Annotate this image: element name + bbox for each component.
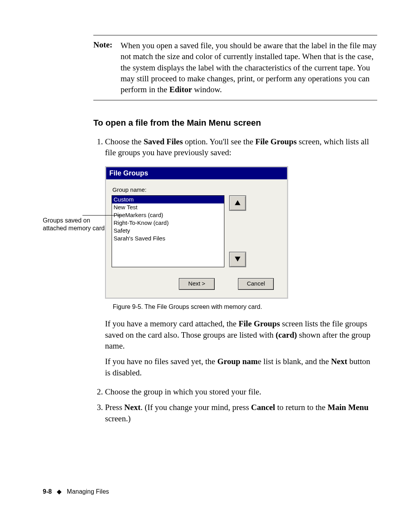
note-block: Note: When you open a saved file, you sh… bbox=[93, 35, 377, 100]
s3-e: to return to the bbox=[275, 403, 327, 412]
triangle-up-icon bbox=[234, 199, 241, 207]
p1-d: (card) bbox=[276, 330, 297, 340]
p2-b: Group nam bbox=[217, 357, 258, 366]
list-item[interactable]: Right-To-Know (card) bbox=[112, 219, 224, 227]
footer-page-number: 9-8 bbox=[43, 488, 52, 495]
p2-c: e list is blank, and the bbox=[258, 357, 331, 366]
section-heading: To open a file from the Main Menu screen bbox=[93, 118, 377, 128]
step1-a: Choose the bbox=[105, 137, 144, 146]
list-item[interactable]: New Test bbox=[112, 203, 224, 211]
file-groups-dialog: File Groups Group name: Custom New Test … bbox=[105, 166, 288, 299]
svg-marker-0 bbox=[235, 200, 240, 205]
scroll-down-button[interactable] bbox=[229, 252, 246, 267]
callout-label: Groups saved on attached memory card bbox=[43, 166, 105, 232]
note-label: Note: bbox=[93, 40, 121, 95]
callout-text: Groups saved on attached memory card bbox=[43, 217, 105, 231]
steps-list-continued: Choose the group in which you stored you… bbox=[93, 386, 377, 424]
step-3: Press Next. (If you change your mind, pr… bbox=[105, 402, 377, 424]
next-button[interactable]: Next > bbox=[179, 278, 215, 290]
footer-diamond-icon: ◆ bbox=[57, 488, 61, 495]
cancel-button[interactable]: Cancel bbox=[238, 278, 274, 290]
scroll-up-button[interactable] bbox=[229, 195, 246, 211]
step1-c: option. You'll see the bbox=[183, 137, 255, 146]
s3-b: Next bbox=[124, 403, 141, 412]
s3-d: Cancel bbox=[251, 403, 275, 412]
s3-g: screen.) bbox=[105, 414, 131, 423]
figure-caption: Figure 9-5. The File Groups screen with … bbox=[113, 303, 377, 310]
dialog-titlebar: File Groups bbox=[106, 167, 287, 179]
paragraph-no-files: If you have no files saved yet, the Grou… bbox=[105, 356, 377, 378]
note-text-leading: When you open a saved file, you should b… bbox=[121, 41, 376, 94]
p2-a: If you have no files saved yet, the bbox=[105, 357, 217, 366]
list-item[interactable]: PipeMarkers (card) bbox=[112, 211, 224, 219]
note-text: When you open a saved file, you should b… bbox=[121, 40, 377, 95]
figure-row: Groups saved on attached memory card Fil… bbox=[43, 166, 377, 299]
step-2: Choose the group in which you stored you… bbox=[105, 386, 377, 397]
group-name-listbox[interactable]: Custom New Test PipeMarkers (card) Right… bbox=[112, 195, 224, 267]
paragraph-memory-card: If you have a memory card attached, the … bbox=[105, 318, 377, 351]
p2-d: Next bbox=[331, 357, 347, 366]
steps-list: Choose the Saved Files option. You'll se… bbox=[93, 136, 377, 158]
list-item[interactable]: Safety bbox=[112, 227, 224, 235]
triangle-down-icon bbox=[234, 256, 241, 264]
list-item[interactable]: Sarah's Saved Files bbox=[112, 235, 224, 242]
step1-d: File Groups bbox=[255, 137, 296, 146]
step-1: Choose the Saved Files option. You'll se… bbox=[105, 136, 377, 158]
svg-marker-1 bbox=[235, 257, 240, 262]
page-footer: 9-8 ◆ Managing Files bbox=[43, 488, 109, 495]
footer-section-name: Managing Files bbox=[67, 488, 109, 495]
s3-c: . (If you change your mind, press bbox=[141, 403, 251, 412]
callout-leader-line bbox=[82, 215, 121, 216]
p1-b: File Groups bbox=[238, 319, 280, 328]
list-item[interactable]: Custom bbox=[112, 196, 224, 203]
s3-a: Press bbox=[105, 403, 124, 412]
s3-f: Main Menu bbox=[327, 403, 369, 412]
p1-a: If you have a memory card attached, the bbox=[105, 319, 238, 328]
note-editor-word: Editor bbox=[169, 85, 192, 94]
scroll-spinners bbox=[229, 195, 246, 267]
note-text-trailing: window. bbox=[192, 85, 222, 94]
step1-b: Saved Files bbox=[144, 137, 183, 146]
group-name-label: Group name: bbox=[112, 186, 282, 193]
